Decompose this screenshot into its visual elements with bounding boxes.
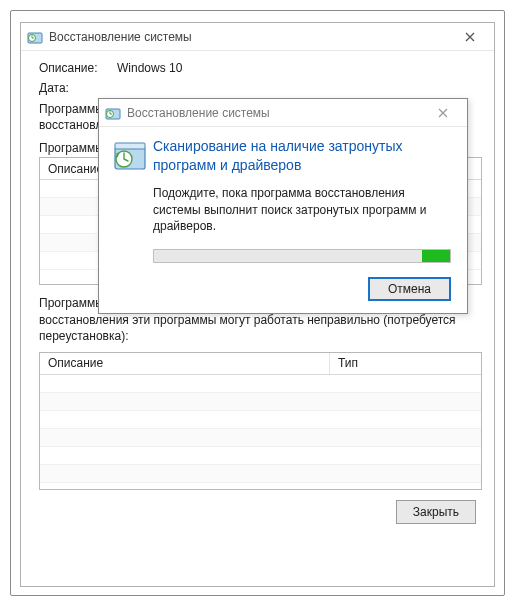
parent-titlebar: Восстановление системы [21, 23, 494, 51]
description-label: Описание: [39, 61, 117, 75]
table-row [40, 429, 481, 447]
dialog-content: Сканирование на наличие затронутых прогр… [153, 137, 451, 301]
restore-icon [105, 105, 121, 121]
restored-programs-table: Описание Тип [39, 352, 482, 490]
table-row [40, 375, 481, 393]
progress-bar [153, 249, 451, 263]
close-button[interactable]: Закрыть [396, 500, 476, 524]
dialog-heading: Сканирование на наличие затронутых прогр… [153, 137, 451, 175]
table-row [40, 465, 481, 483]
description-row: Описание: Windows 10 [39, 61, 482, 75]
close-icon [465, 32, 475, 42]
table2-col-type[interactable]: Тип [330, 353, 481, 374]
parent-close-button[interactable] [452, 26, 488, 48]
close-icon [438, 108, 448, 118]
restore-icon-large [113, 137, 153, 301]
scan-dialog: Восстановление системы Сканирование на н… [98, 98, 468, 314]
parent-window-title: Восстановление системы [49, 30, 452, 44]
date-label: Дата: [39, 81, 117, 95]
dialog-title: Восстановление системы [127, 106, 425, 120]
dialog-close-button[interactable] [425, 102, 461, 124]
description-value: Windows 10 [117, 61, 182, 75]
date-row: Дата: [39, 81, 482, 95]
table-row [40, 411, 481, 429]
dialog-message: Подождите, пока программа восстановления… [153, 185, 451, 235]
table-row [40, 393, 481, 411]
dialog-body: Сканирование на наличие затронутых прогр… [99, 127, 467, 311]
parent-button-row: Закрыть [39, 490, 482, 524]
cancel-button[interactable]: Отмена [368, 277, 451, 301]
restore-icon [27, 29, 43, 45]
svg-rect-5 [115, 143, 145, 149]
table-header: Описание Тип [40, 353, 481, 375]
table-row [40, 447, 481, 465]
dialog-button-row: Отмена [153, 277, 451, 301]
table2-body [40, 375, 481, 483]
progress-fill [422, 250, 450, 262]
dialog-titlebar: Восстановление системы [99, 99, 467, 127]
table2-col-description[interactable]: Описание [40, 353, 330, 374]
